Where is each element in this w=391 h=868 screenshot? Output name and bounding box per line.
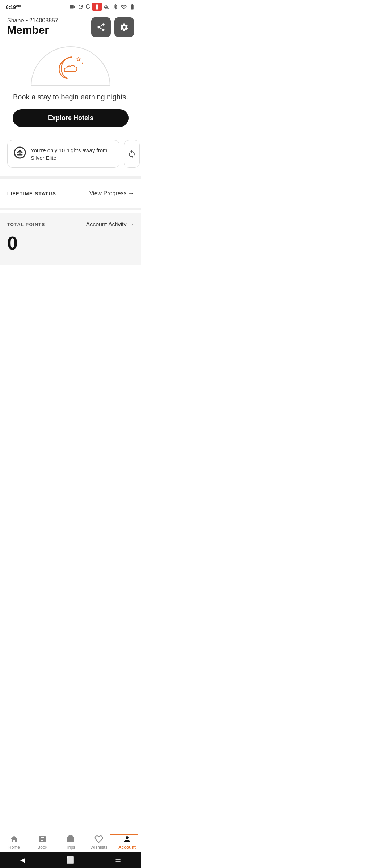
refresh-icon [77,4,84,10]
points-header: TOTAL POINTS Account Activity → [7,221,134,228]
lifetime-status-section: LIFETIME STATUS View Progress → [0,182,141,205]
explore-hotels-button[interactable]: Explore Hotels [13,109,129,127]
view-progress-link[interactable]: View Progress → [89,190,134,197]
battery-full-icon [129,4,135,10]
settings-button[interactable] [114,17,134,37]
divider-1 [0,176,141,179]
night-illustration-circle [31,46,110,86]
status-icons: G [69,3,135,11]
wifi-icon [121,4,127,10]
user-name: Shane • 214008857 [7,17,58,24]
key-icon [104,4,110,10]
battery-icon [92,3,102,11]
bluetooth-icon [112,4,119,10]
header: Shane • 214008857 Member [0,13,141,43]
share-icon [96,22,106,32]
video-icon [69,4,76,10]
lifetime-status-label: LIFETIME STATUS [7,191,56,196]
header-buttons [91,17,134,37]
promo-card-stub[interactable] [124,140,140,168]
promo-card-silver[interactable]: You're only 10 nights away from Silver E… [7,140,119,168]
night-svg [49,50,92,82]
gear-icon [119,22,129,32]
status-bar: 6:19AM G [0,0,141,13]
member-title: Member [7,24,58,36]
status-time: 6:19AM [6,4,21,10]
user-info: Shane • 214008857 Member [7,17,58,36]
divider-2 [0,208,141,210]
upgrade-icon [13,146,26,162]
total-points-label: TOTAL POINTS [7,222,45,227]
earn-text: Book a stay to begin earning nights. [13,92,128,102]
promo-card-text: You're only 10 nights away from Silver E… [31,146,113,162]
account-activity-link[interactable]: Account Activity → [86,221,134,228]
svg-point-0 [82,63,83,64]
promo-section: You're only 10 nights away from Silver E… [0,134,141,174]
points-value: 0 [7,232,134,254]
g-icon: G [86,4,90,10]
share-button[interactable] [91,17,111,37]
points-section: TOTAL POINTS Account Activity → 0 [0,213,141,265]
illustration-section: Book a stay to begin earning nights. Exp… [0,43,141,134]
